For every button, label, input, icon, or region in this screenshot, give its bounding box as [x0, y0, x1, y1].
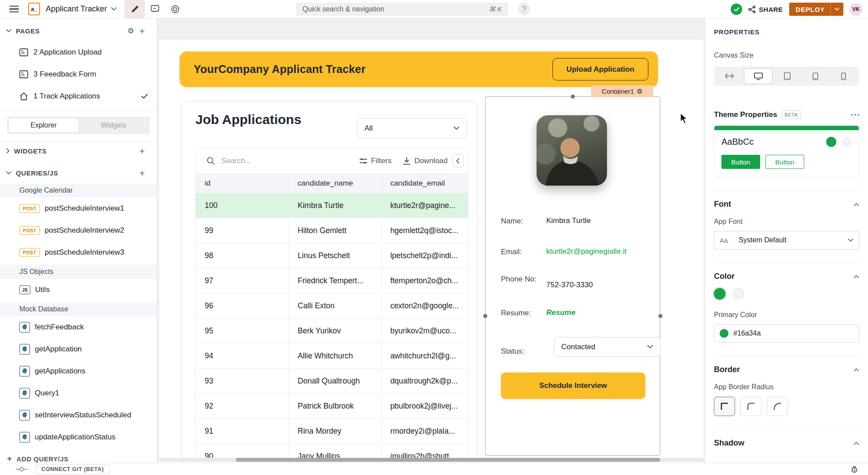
candidate-detail-container[interactable]: Name: Kimbra Turtle Email: kturtle2r@pag…	[485, 96, 660, 456]
table-cell[interactable]: Calli Exton	[289, 293, 381, 318]
query-item-updateApplicationStatus[interactable]: updateApplicationStatus	[0, 426, 157, 448]
horizontal-scrollbar-thumb[interactable]	[236, 458, 660, 462]
pages-settings-icon[interactable]: ⚙	[125, 25, 136, 37]
app-font-select[interactable]: Aa System Default	[714, 231, 859, 249]
table-cell[interactable]: byurikov2m@uco...	[382, 318, 468, 343]
table-cell[interactable]: 95	[196, 318, 289, 343]
table-cell[interactable]: 93	[196, 369, 289, 393]
theme-button-outline-sample[interactable]: Button	[765, 155, 804, 169]
border-radius-medium-button[interactable]	[740, 397, 761, 416]
table-cell[interactable]: 94	[196, 343, 289, 368]
table-cell[interactable]: dqualtrough2k@p...	[382, 369, 468, 393]
hamburger-menu-icon[interactable]	[9, 6, 19, 13]
color-section-header[interactable]: Color	[714, 272, 859, 281]
deploy-options-button[interactable]	[831, 7, 843, 11]
table-row-93[interactable]: 93Donall Qualtroughdqualtrough2k@p...	[196, 369, 468, 394]
table-cell[interactable]: Hilton Gemlett	[289, 218, 381, 243]
resize-handle-top[interactable]	[571, 95, 575, 99]
table-cell[interactable]: Kimbra Turtle	[289, 193, 381, 218]
app-title-menu[interactable]: Applicant Tracker	[46, 4, 117, 14]
query-item-postScheduleInterview1[interactable]: POSTpostScheduleInterview1	[0, 197, 157, 219]
query-item-getApplication[interactable]: getApplication	[0, 338, 157, 360]
border-radius-sharp-button[interactable]	[714, 397, 735, 416]
canvas-size-fluid-button[interactable]	[716, 68, 743, 84]
table-cell[interactable]: hgemlett2q@istoc...	[382, 218, 468, 243]
table-cell[interactable]: pbulbrook2j@livej...	[382, 394, 468, 418]
query-item-postScheduleInterview3[interactable]: POSTpostScheduleInterview3	[0, 241, 157, 263]
query-item-fetchFeedback[interactable]: fetchFeedback	[0, 316, 157, 338]
border-radius-large-button[interactable]	[767, 397, 788, 416]
email-link[interactable]: kturtle2r@paginegialle.it	[546, 247, 627, 257]
shadow-section-header[interactable]: Shadow	[714, 438, 859, 448]
collapse-panel-button[interactable]	[452, 154, 463, 168]
canvas-size-desktop-button[interactable]	[744, 68, 772, 84]
query-item-postScheduleInterview2[interactable]: POSTpostScheduleInterview2	[0, 219, 157, 241]
theme-more-options-button[interactable]	[851, 114, 859, 116]
query-item-getApplications[interactable]: getApplications	[0, 360, 157, 382]
share-button[interactable]: SHARE	[748, 6, 783, 13]
table-cell[interactable]: ftemperton2o@ch...	[382, 268, 468, 293]
add-query-plus-button[interactable]: +	[136, 167, 148, 179]
resize-handle-left[interactable]	[483, 314, 487, 318]
table-cell[interactable]: 100	[196, 193, 289, 218]
widget-settings-gear-icon[interactable]: ⚙	[636, 88, 642, 95]
sidebar-page-feedback-form[interactable]: 3 Feeedback Form	[0, 63, 157, 85]
upload-application-button[interactable]: Upload Application	[552, 58, 648, 80]
add-page-button[interactable]: +	[136, 25, 148, 37]
table-row-91[interactable]: 91Rina Mordeyrmordey2i@plala...	[196, 419, 468, 444]
table-cell[interactable]: kturtle2r@pagine...	[382, 193, 468, 218]
pages-section-header[interactable]: PAGES ⚙ +	[0, 23, 157, 39]
query-group-header[interactable]: Google Calendar	[0, 183, 157, 197]
font-section-header[interactable]: Font	[714, 200, 859, 209]
resume-link[interactable]: Resume	[546, 308, 575, 318]
app-logo[interactable]: a_	[28, 3, 40, 15]
table-row-98[interactable]: 98Linus Petscheltlpetschelt2p@indi...	[196, 243, 468, 268]
primary-color-dot[interactable]	[714, 288, 725, 300]
theme-button-filled-sample[interactable]: Button	[721, 155, 760, 169]
table-row-92[interactable]: 92Patrick Bulbrookpbulbrook2j@livej...	[196, 394, 468, 419]
canvas-size-tablet-large-button[interactable]	[773, 68, 801, 84]
user-avatar[interactable]: VK	[850, 3, 862, 16]
query-group-header[interactable]: Mock Database	[0, 302, 157, 316]
widgets-section-header[interactable]: WIDGETS +	[0, 142, 157, 160]
table-cell[interactable]: Linus Petschelt	[289, 243, 381, 268]
table-search-input[interactable]: Search...	[206, 157, 359, 165]
connect-git-button[interactable]: CONNECT GIT (BETA)	[35, 464, 110, 474]
table-row-94[interactable]: 94Allie Whitchurchawhitchurch2l@g...	[196, 343, 468, 369]
queries-section-header[interactable]: QUERIES/JS +	[0, 164, 157, 182]
add-widget-button[interactable]: +	[136, 145, 148, 157]
secondary-color-dot[interactable]	[732, 288, 744, 300]
table-download-button[interactable]: Download	[403, 157, 448, 165]
column-header-id[interactable]: id	[196, 174, 289, 193]
help-button[interactable]: ?	[518, 3, 530, 15]
table-cell[interactable]: 98	[196, 243, 289, 268]
table-row-100[interactable]: 100Kimbra Turtlekturtle2r@pagine...	[196, 193, 468, 218]
query-item-Utils[interactable]: JSUtils	[0, 279, 157, 301]
table-cell[interactable]: Friedrick Tempert...	[289, 268, 381, 293]
app-header-banner[interactable]: YourCompany Applicant Tracker Upload App…	[180, 51, 658, 87]
canvas-size-tablet-button[interactable]	[802, 68, 829, 84]
column-header-candidate_name[interactable]: candidate_name	[289, 174, 381, 193]
table-row-95[interactable]: 95Berk Yurikovbyurikov2m@uco...	[196, 318, 468, 343]
border-section-header[interactable]: Border	[714, 365, 859, 374]
table-cell[interactable]: 97	[196, 268, 289, 293]
schedule-interview-button[interactable]: Schedule Interview	[501, 373, 645, 399]
table-cell[interactable]: Allie Whitchurch	[289, 343, 381, 368]
table-cell[interactable]: Patrick Bulbrook	[289, 394, 381, 418]
comment-mode-button[interactable]	[145, 0, 165, 18]
deploy-button[interactable]: DEPLOY	[789, 3, 843, 16]
table-cell[interactable]: Rina Mordey	[289, 419, 381, 443]
table-cell[interactable]: Berk Yurikov	[289, 318, 381, 343]
table-cell[interactable]: 96	[196, 293, 289, 318]
sidebar-page-track-applications[interactable]: 1 Track Applications	[0, 85, 157, 107]
canvas-size-mobile-button[interactable]	[830, 68, 857, 84]
column-header-candidate_email[interactable]: candidate_email	[382, 174, 468, 193]
tab-explorer[interactable]: Explorer	[8, 118, 79, 133]
table-cell[interactable]: 92	[196, 394, 289, 418]
status-filter-select[interactable]: All	[357, 118, 467, 138]
table-cell[interactable]: Donall Qualtrough	[289, 369, 381, 393]
table-cell[interactable]: lpetschelt2p@indi...	[382, 243, 468, 268]
table-row-97[interactable]: 97Friedrick Tempert...ftemperton2o@ch...	[196, 268, 468, 293]
query-item-setInterviewStatusScheduled[interactable]: setInterviewStatusScheduled	[0, 404, 157, 426]
table-cell[interactable]: 91	[196, 419, 289, 443]
